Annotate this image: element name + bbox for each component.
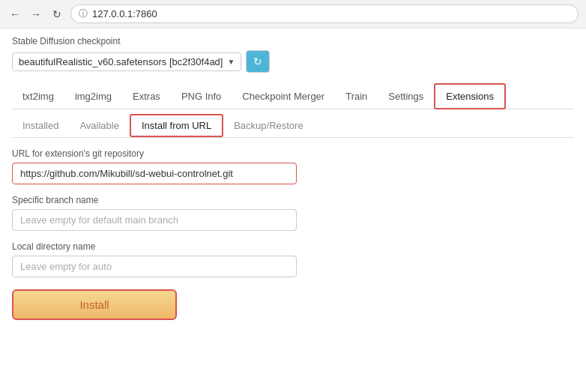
app-container: Stable Diffusion checkpoint beautifulRea… — [0, 28, 586, 338]
subtab-installed[interactable]: Installed — [12, 115, 69, 136]
tab-settings[interactable]: Settings — [378, 85, 434, 108]
url-text: 127.0.0.1:7860 — [92, 8, 157, 19]
lock-icon: ⓘ — [79, 7, 88, 20]
form-content: URL for extension's git repository Speci… — [12, 138, 574, 331]
checkpoint-value: beautifulRealistic_v60.safetensors [bc2f… — [19, 56, 223, 67]
checkpoint-select[interactable]: beautifulRealistic_v60.safetensors [bc2f… — [12, 52, 241, 71]
forward-button[interactable]: → — [28, 7, 43, 22]
main-tabs: txt2img img2img Extras PNG Info Checkpoi… — [12, 83, 574, 109]
branch-group: Specific branch name — [12, 195, 574, 231]
subtab-backup-restore[interactable]: Backup/Restore — [223, 115, 314, 136]
tab-txt2img[interactable]: txt2img — [12, 85, 64, 108]
branch-input[interactable] — [12, 209, 297, 231]
checkpoint-row: beautifulRealistic_v60.safetensors [bc2f… — [12, 50, 574, 73]
browser-bar: ← → ↻ ⓘ 127.0.0.1:7860 — [0, 0, 586, 28]
tab-extensions[interactable]: Extensions — [434, 83, 506, 109]
url-group: URL for extension's git repository — [12, 148, 574, 184]
tab-train[interactable]: Train — [335, 85, 378, 108]
tab-png-info[interactable]: PNG Info — [171, 85, 232, 108]
url-label: URL for extension's git repository — [12, 148, 574, 159]
dir-input[interactable] — [12, 256, 297, 277]
tab-checkpoint-merger[interactable]: Checkpoint Merger — [232, 85, 335, 108]
subtab-install-from-url[interactable]: Install from URL — [130, 114, 223, 137]
refresh-button[interactable]: ↻ — [49, 7, 64, 22]
url-input[interactable] — [12, 163, 297, 184]
address-bar[interactable]: ⓘ 127.0.0.1:7860 — [70, 4, 579, 23]
tab-extras[interactable]: Extras — [122, 85, 171, 108]
install-button[interactable]: Install — [12, 289, 177, 320]
refresh-checkpoint-button[interactable]: ↻ — [246, 50, 270, 73]
dropdown-arrow-icon: ▼ — [227, 58, 235, 66]
refresh-icon: ↻ — [253, 55, 262, 67]
tab-img2img[interactable]: img2img — [64, 85, 122, 108]
back-button[interactable]: ← — [7, 7, 22, 22]
branch-label: Specific branch name — [12, 195, 574, 205]
dir-group: Local directory name — [12, 241, 574, 277]
checkpoint-label: Stable Diffusion checkpoint — [12, 36, 574, 46]
subtab-available[interactable]: Available — [69, 115, 130, 136]
sub-tabs: Installed Available Install from URL Bac… — [12, 109, 574, 138]
install-btn-wrapper: Install — [12, 289, 574, 320]
dir-label: Local directory name — [12, 241, 574, 252]
